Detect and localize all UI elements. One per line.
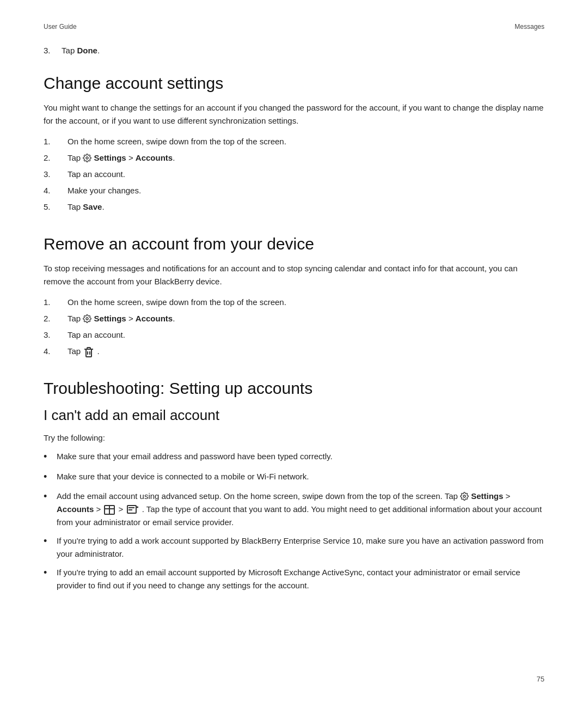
- troubleshooting-title: Troubleshooting: Setting up accounts: [44, 378, 544, 399]
- bullet-item-3: • Add the email account using advanced s…: [44, 490, 544, 529]
- bullet-dot-1: •: [44, 449, 57, 465]
- bullet-item-2: • Make sure that your device is connecte…: [44, 470, 544, 485]
- accounts-label-3: Accounts: [57, 504, 94, 514]
- remove-step-4: 4. Tap .: [44, 345, 544, 358]
- section-remove-description: To stop receiving messages and notificat…: [44, 262, 544, 288]
- section-remove-title: Remove an account from your device: [44, 233, 544, 254]
- gear-icon: [83, 154, 91, 162]
- remove-step-2: 2. Tap Settings > Accounts.: [44, 312, 544, 325]
- bullet-content-5: If you're trying to add an email account…: [57, 566, 544, 592]
- header-left-label: User Guide: [44, 22, 77, 32]
- try-following-text: Try the following:: [44, 432, 544, 445]
- section-troubleshooting: Troubleshooting: Setting up accounts I c…: [44, 378, 544, 593]
- bullet-dot-3: •: [44, 489, 57, 504]
- remove-step-1: 1. On the home screen, swipe down from t…: [44, 296, 544, 309]
- add-email-icon: [127, 505, 139, 515]
- gear-icon-3: [460, 492, 469, 501]
- bullet-content-2: Make sure that your device is connected …: [57, 470, 544, 483]
- bullet-dot-5: •: [44, 565, 57, 581]
- header-right-label: Messages: [514, 22, 544, 32]
- bullet-content-4: If you're trying to add a work account s…: [57, 534, 544, 561]
- cant-add-title: I can't add an email account: [44, 406, 544, 425]
- section-change-account-settings: Change account settings You might want t…: [44, 72, 544, 214]
- section-remove-account: Remove an account from your device To st…: [44, 233, 544, 358]
- change-step-1: 1. On the home screen, swipe down from t…: [44, 135, 544, 148]
- remove-step-3: 3. Tap an account.: [44, 328, 544, 342]
- trash-icon: [84, 346, 94, 357]
- cant-add-bullets: • Make sure that your email address and …: [44, 450, 544, 593]
- settings-label-3: Settings: [471, 491, 503, 501]
- change-step-3: 3. Tap an account.: [44, 168, 544, 181]
- change-step-4: 4. Make your changes.: [44, 184, 544, 197]
- page-header: User Guide Messages: [44, 22, 544, 32]
- svg-point-4: [463, 495, 465, 497]
- bullet-content-1: Make sure that your email address and pa…: [57, 450, 544, 463]
- settings-accounts-label: Settings: [94, 153, 126, 162]
- done-bold: Done: [77, 46, 97, 55]
- step-tap-done: 3. Tap Done.: [44, 45, 544, 57]
- change-step-5: 5. Tap Save.: [44, 200, 544, 214]
- svg-point-0: [86, 157, 88, 159]
- remove-steps-list: 1. On the home screen, swipe down from t…: [44, 296, 544, 358]
- section-cant-add: I can't add an email account Try the fol…: [44, 406, 544, 593]
- accounts-label: Accounts: [136, 153, 173, 162]
- bullet-dot-4: •: [44, 533, 57, 549]
- section-change-title: Change account settings: [44, 72, 544, 94]
- bullet-item-1: • Make sure that your email address and …: [44, 450, 544, 465]
- gear-icon-2: [83, 314, 91, 323]
- accounts-grid-icon: [104, 505, 115, 515]
- section-change-description: You might want to change the settings fo…: [44, 101, 544, 127]
- bullet-dot-2: •: [44, 469, 57, 485]
- bullet-content-3: Add the email account using advanced set…: [57, 490, 544, 529]
- change-step-2: 2. Tap Settings > Accounts.: [44, 151, 544, 165]
- page-number: 75: [537, 674, 544, 685]
- bullet-item-5: • If you're trying to add an email accou…: [44, 566, 544, 592]
- settings-label-2: Settings: [94, 314, 126, 323]
- change-steps-list: 1. On the home screen, swipe down from t…: [44, 135, 544, 214]
- svg-point-1: [86, 318, 88, 320]
- step-number: 3.: [44, 46, 51, 55]
- accounts-label-2: Accounts: [136, 314, 173, 323]
- bullet-item-4: • If you're trying to add a work account…: [44, 534, 544, 561]
